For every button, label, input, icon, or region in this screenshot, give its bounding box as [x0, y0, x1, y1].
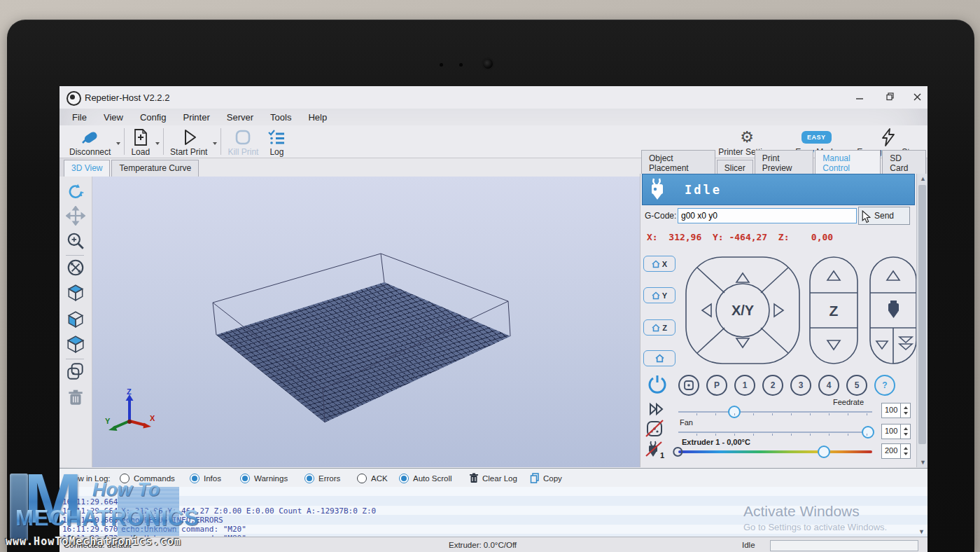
toggle-ack[interactable]: ACK — [357, 474, 388, 483]
restore-button[interactable] — [880, 89, 901, 104]
feedrate-slider[interactable] — [678, 411, 872, 413]
zoom-view-icon[interactable] — [66, 231, 85, 251]
gcode-input[interactable] — [678, 208, 857, 223]
clear-log-button[interactable]: Clear Log — [469, 473, 517, 483]
start-print-button[interactable]: Start Print — [166, 127, 211, 158]
quick-button-2[interactable]: 2 — [762, 375, 783, 396]
connection-icon — [79, 127, 102, 147]
load-button[interactable]: Load — [127, 127, 154, 158]
front-view-icon[interactable] — [66, 310, 85, 329]
extruder-icon — [648, 177, 669, 202]
close-icon — [913, 93, 921, 101]
jog-x-plus-arrow — [774, 304, 783, 317]
extruder-jog-pad[interactable] — [867, 254, 919, 366]
restore-icon — [886, 92, 895, 101]
dropdown-arrow-icon[interactable] — [213, 142, 217, 145]
preheat-pla-button[interactable]: P — [706, 375, 727, 396]
printer-status-text: Idle — [685, 183, 722, 197]
extrude-arrow — [887, 271, 899, 280]
home-y-button[interactable]: Y — [643, 287, 676, 303]
fan-spinner[interactable]: 100 — [881, 424, 911, 439]
menu-help[interactable]: Help — [300, 109, 335, 125]
copy-log-button[interactable]: Copy — [530, 473, 562, 483]
isometric-view-icon[interactable] — [66, 283, 85, 303]
z-pad-label: Z — [830, 303, 839, 319]
help-button[interactable]: ? — [874, 375, 895, 396]
fan-slider[interactable] — [678, 432, 872, 433]
log-button[interactable]: Log — [262, 127, 290, 158]
fit-view-icon[interactable] — [66, 258, 85, 277]
panel-scrollbar[interactable]: ▲ ▼ — [916, 174, 927, 467]
tab-3d-view[interactable]: 3D View — [64, 160, 110, 177]
tab-print-preview[interactable]: Print Preview — [755, 150, 814, 177]
extruder-temp-thumb[interactable] — [818, 446, 830, 458]
home-all-button[interactable] — [643, 350, 676, 366]
menu-tools[interactable]: Tools — [262, 109, 300, 125]
scrollbar-thumb[interactable] — [918, 185, 926, 444]
menu-file[interactable]: File — [64, 109, 95, 125]
log-line: 16:11:29.673 echo:DEBUG:INFO,ERRORS — [59, 525, 88, 537]
radio-icon — [304, 474, 314, 483]
viewport-3d[interactable]: Z Y X — [92, 177, 640, 467]
print-volume-wireframe — [92, 177, 640, 467]
spinner-arrows — [900, 425, 910, 439]
toggle-auto-scroll[interactable]: Auto Scroll — [399, 474, 452, 483]
extruder-temp-slider[interactable] — [678, 450, 872, 453]
rotate-view-icon[interactable] — [66, 182, 85, 202]
dropdown-arrow-icon[interactable] — [116, 142, 120, 145]
tab-sd-card[interactable]: SD Card — [882, 150, 926, 177]
home-icon — [652, 324, 660, 332]
minimize-button[interactable] — [849, 89, 870, 104]
play-icon — [180, 127, 198, 147]
tab-object-placement[interactable]: Object Placement — [641, 150, 715, 177]
screen: Repetier-Host V2.2.2 File View Config Pr… — [59, 86, 927, 552]
quick-button-5[interactable]: 5 — [846, 375, 867, 396]
power-button[interactable] — [647, 373, 668, 394]
stop-icon — [233, 127, 253, 147]
radio-icon — [190, 474, 200, 483]
quick-button-1[interactable]: 1 — [734, 375, 755, 396]
toggle-errors[interactable]: Errors — [304, 474, 340, 483]
disconnect-button[interactable]: Disconnect — [65, 127, 115, 158]
extruder-temp-spinner[interactable]: 200 — [881, 443, 911, 459]
svg-text:1: 1 — [660, 451, 664, 460]
microphone-dot — [459, 63, 463, 67]
quick-button-3[interactable]: 3 — [790, 375, 811, 396]
move-view-icon[interactable] — [66, 206, 85, 226]
jog-z-minus-arrow — [827, 340, 840, 350]
xy-jog-pad[interactable]: X/Y — [683, 254, 802, 366]
tab-temperature-curve[interactable]: Temperature Curve — [111, 160, 199, 177]
view-tabs: 3D View Temperature Curve — [64, 158, 200, 177]
menu-config[interactable]: Config — [132, 109, 175, 125]
tab-manual-control[interactable]: Manual Control — [815, 150, 881, 177]
dropdown-arrow-icon[interactable] — [155, 142, 160, 145]
menu-server[interactable]: Server — [218, 109, 262, 125]
minimize-icon — [856, 93, 864, 101]
copy-objects-icon[interactable] — [66, 361, 85, 381]
xy-pad-label: X/Y — [732, 303, 755, 318]
motor-icon — [683, 380, 694, 391]
menu-printer[interactable]: Printer — [174, 109, 218, 125]
toggle-commands[interactable]: Commands — [120, 474, 175, 483]
log-area[interactable]: 16:11:29.664 X: 312.96 Y:-464.27 Z:0.00 … — [59, 487, 927, 537]
close-button[interactable] — [906, 89, 927, 104]
quick-button-4[interactable]: 4 — [818, 375, 839, 396]
feedrate-spinner[interactable]: 100 — [881, 403, 911, 418]
motor-off-button[interactable] — [678, 375, 699, 396]
extruder-glyph — [888, 301, 899, 318]
home-z-button[interactable]: Z — [643, 319, 676, 336]
feedrate-thumb[interactable] — [728, 406, 741, 418]
extruder-temp-label: Extruder 1 - 0,00°C — [682, 438, 750, 446]
trash-icon[interactable] — [66, 388, 85, 408]
menu-view[interactable]: View — [95, 109, 132, 125]
fan-thumb[interactable] — [862, 426, 874, 439]
retract-fast-arrow — [899, 344, 912, 350]
jog-y-minus-arrow — [736, 338, 749, 347]
toggle-warnings[interactable]: Warnings — [240, 474, 288, 483]
divider — [66, 359, 84, 359]
toggle-infos[interactable]: Infos — [190, 474, 221, 483]
z-jog-pad[interactable]: Z — [807, 254, 860, 366]
home-x-button[interactable]: X — [643, 256, 676, 272]
log-scroll-down-icon[interactable]: ▼ — [918, 528, 925, 535]
top-view-icon[interactable] — [66, 335, 85, 354]
